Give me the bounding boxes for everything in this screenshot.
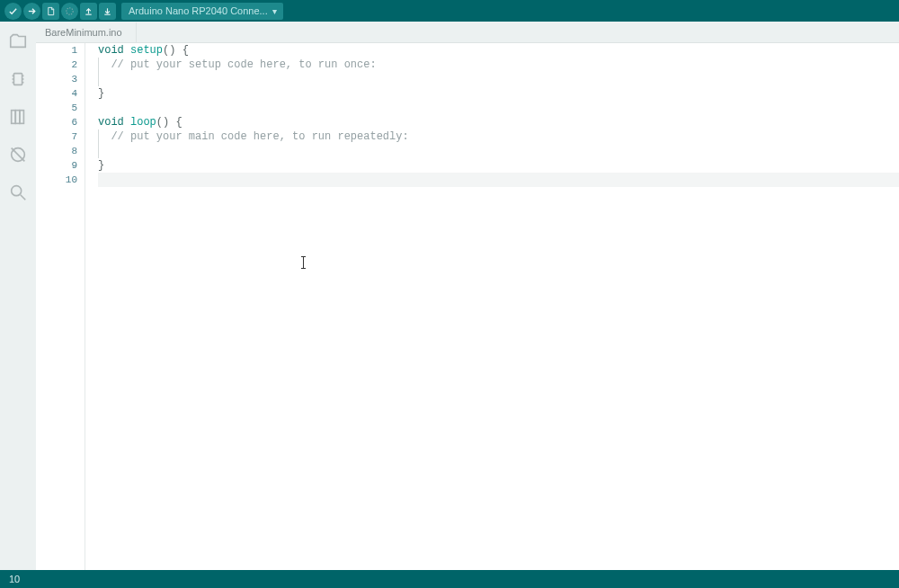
check-icon [8, 6, 18, 16]
code-editor[interactable]: 12345678910 void setup() { // put your s… [36, 43, 899, 570]
gutter-line: 1 [36, 43, 77, 58]
gutter-line: 8 [36, 144, 77, 158]
sidebar-item-sketchbook[interactable] [7, 31, 29, 52]
serial-monitor-button[interactable] [99, 3, 116, 20]
debug-button[interactable] [61, 3, 78, 20]
upload-button[interactable] [23, 3, 40, 20]
status-line-number: 10 [9, 574, 20, 584]
code-content[interactable]: void setup() { // put your setup code he… [85, 43, 899, 570]
file-icon [46, 6, 56, 16]
gutter-line: 5 [36, 101, 77, 115]
serial-plotter-button[interactable] [80, 3, 97, 20]
svg-point-1 [67, 7, 73, 13]
code-line[interactable]: void loop() { [98, 115, 899, 129]
gutter-line: 6 [36, 115, 77, 129]
toolbar: Arduino Nano RP2040 Conne... [0, 0, 899, 22]
line-gutter: 12345678910 [36, 43, 85, 570]
gutter-line: 10 [36, 173, 77, 187]
sidebar-item-libraries[interactable] [7, 106, 29, 128]
sidebar-item-boards[interactable] [7, 68, 29, 90]
board-selector-label: Arduino Nano RP2040 Conne... [129, 5, 268, 16]
editor-region: BareMinimum.ino 12345678910 void setup()… [36, 22, 899, 570]
gutter-line: 9 [36, 158, 77, 173]
gutter-line: 2 [36, 58, 77, 72]
code-line[interactable] [98, 144, 899, 158]
debug-icon [65, 6, 75, 16]
tab-bar: BareMinimum.ino [36, 22, 899, 43]
tab-label: BareMinimum.ino [45, 27, 122, 38]
new-sketch-button[interactable] [42, 3, 59, 20]
sidebar [0, 22, 36, 570]
books-icon [8, 107, 28, 127]
sidebar-item-search[interactable] [7, 182, 29, 203]
sidebar-item-debug[interactable] [7, 144, 29, 165]
board-selector[interactable]: Arduino Nano RP2040 Conne... [121, 3, 283, 20]
verify-button[interactable] [4, 3, 22, 20]
code-line[interactable]: // put your main code here, to run repea… [98, 129, 899, 144]
status-bar: 10 [0, 570, 899, 588]
svg-rect-15 [20, 111, 24, 124]
code-line[interactable] [98, 101, 899, 115]
upload-arrow-icon [84, 6, 93, 16]
svg-point-18 [12, 186, 22, 196]
text-cursor [303, 256, 304, 269]
chip-icon [8, 69, 28, 89]
gutter-line: 3 [36, 72, 77, 86]
search-icon [8, 183, 28, 202]
svg-line-19 [21, 195, 26, 200]
code-line[interactable]: } [98, 158, 899, 173]
code-line[interactable]: } [98, 86, 899, 101]
svg-rect-6 [13, 74, 22, 85]
code-line[interactable]: void setup() { [98, 43, 899, 58]
code-line[interactable]: // put your setup code here, to run once… [98, 58, 899, 72]
arrow-right-icon [27, 6, 37, 16]
download-arrow-icon [102, 6, 112, 16]
bug-icon [8, 145, 28, 165]
main-area: BareMinimum.ino 12345678910 void setup()… [0, 22, 899, 570]
gutter-line: 7 [36, 129, 77, 144]
code-line[interactable] [98, 72, 899, 86]
code-line[interactable] [98, 173, 899, 187]
gutter-line: 4 [36, 86, 77, 101]
folder-icon [8, 31, 28, 51]
tab-file[interactable]: BareMinimum.ino [36, 22, 137, 42]
